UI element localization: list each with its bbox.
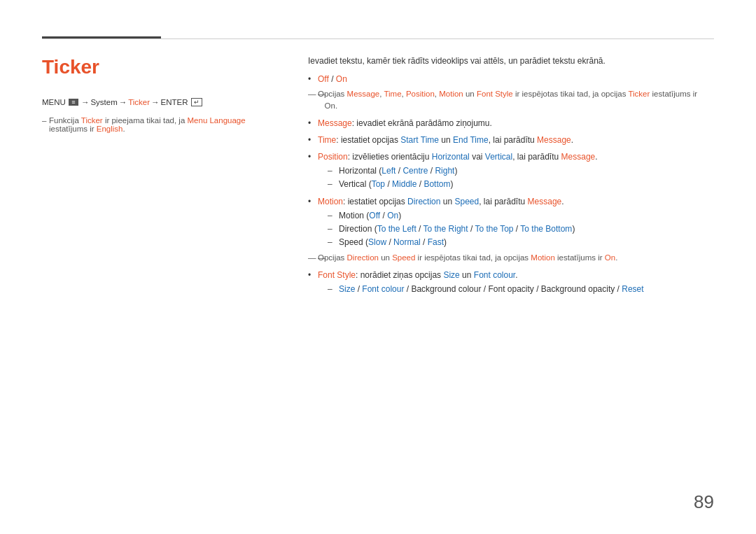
horizontal-ref: Horizontal xyxy=(432,152,470,162)
on-ref: On xyxy=(387,211,398,220)
on-label: On xyxy=(336,74,347,84)
motion-sub3: Speed (Slow / Normal / Fast) xyxy=(328,236,714,249)
list-item-motion: Motion: iestatiet opcijas Direction un S… xyxy=(308,195,714,265)
main-bullet-list: Off / On — Opcijas Message, Time, Positi… xyxy=(308,73,714,296)
ticker-ref: Ticker xyxy=(81,116,103,125)
size-ref2: Size xyxy=(339,284,355,294)
time-label: Time xyxy=(318,135,336,145)
system-link: System xyxy=(90,98,117,106)
motion-sub1: Motion (Off / On) xyxy=(328,209,714,223)
menu-label: MENU xyxy=(42,98,66,106)
on-ref2: On xyxy=(605,253,615,262)
arrow1: → xyxy=(81,98,90,106)
content-wrapper: Ticker MENU ≡ → System → Ticker → ENTER … xyxy=(42,56,714,300)
enter-icon: ↵ xyxy=(191,98,202,106)
motion-note: — Opcijas Direction un Speed ir iespējot… xyxy=(318,252,714,264)
position-sub1: Horizontal (Left / Centre / Right) xyxy=(328,164,714,178)
speed-ref: Speed xyxy=(454,197,479,206)
centre-ref: Centre xyxy=(402,166,428,176)
slow-ref: Slow xyxy=(368,237,386,247)
to-bottom-ref: To the Bottom xyxy=(520,224,572,234)
message-label: Message xyxy=(318,118,352,128)
top-ref: Top xyxy=(372,179,385,189)
motion-sub2: Direction (To the Left / To the Right / … xyxy=(328,223,714,236)
motion-sublist: Motion (Off / On) Direction (To the Left… xyxy=(318,209,714,250)
ticker-link: Ticker xyxy=(128,98,150,106)
start-time-ref: Start Time xyxy=(400,135,439,145)
page-number: 89 xyxy=(694,491,714,513)
enter-label: ENTER xyxy=(161,98,188,106)
font-style-label: Font Style xyxy=(318,270,356,280)
list-item-message: Message: ievadiet ekrānā parādāmo ziņoju… xyxy=(308,117,714,129)
fontstyle-ref1: Font Style xyxy=(477,90,513,98)
bottom-ref: Bottom xyxy=(424,179,450,189)
motion-ref2: Motion xyxy=(531,253,555,262)
intro-text: Ievadiet tekstu, kamēr tiek rādīts video… xyxy=(308,56,714,66)
page-container: Ticker MENU ≡ → System → Ticker → ENTER … xyxy=(0,0,756,534)
to-left-ref: To the Left xyxy=(377,224,416,234)
fast-ref: Fast xyxy=(428,237,444,247)
left-note: Funkcija Ticker ir pieejama tikai tad, j… xyxy=(42,116,280,133)
motion-label: Motion xyxy=(318,197,343,206)
list-item-off-on: Off / On — Opcijas Message, Time, Positi… xyxy=(308,73,714,113)
english-ref: English xyxy=(97,125,123,133)
pos-ref1: Position xyxy=(406,90,435,98)
list-item-font-style: Font Style: norādiet ziņas opcijas Size … xyxy=(308,269,714,296)
list-item-time: Time: iestatiet opcijas Start Time un En… xyxy=(308,134,714,146)
menu-path: MENU ≡ → System → Ticker → ENTER ↵ xyxy=(42,98,280,106)
msg-ref3: Message xyxy=(561,152,596,162)
msg-ref2: Message xyxy=(537,135,571,145)
right-ref: Right xyxy=(435,166,454,176)
middle-ref: Middle xyxy=(392,179,416,189)
right-column: Ievadiet tekstu, kamēr tiek rādīts video… xyxy=(308,56,714,300)
to-top-ref: To the Top xyxy=(475,224,513,234)
off-on-note: — Opcijas Message, Time, Position, Motio… xyxy=(318,88,714,113)
msg-ref4: Message xyxy=(528,197,562,206)
position-sublist: Horizontal (Left / Centre / Right) Verti… xyxy=(318,164,714,191)
motion-ref1: Motion xyxy=(439,90,463,98)
font-style-sub1: Size / Font colour / Background colour /… xyxy=(328,283,714,296)
arrow2: → xyxy=(119,98,127,106)
font-style-sublist: Size / Font colour / Background colour /… xyxy=(318,283,714,296)
end-time-ref: End Time xyxy=(453,135,489,145)
time-ref1: Time xyxy=(384,90,401,98)
menu-icon: ≡ xyxy=(69,99,78,106)
vertical-ref: Vertical xyxy=(485,152,512,162)
menu-language-ref: Menu Language xyxy=(188,116,246,125)
dir-ref2: Direction xyxy=(347,253,379,262)
direction-ref: Direction xyxy=(407,197,440,206)
off-label: Off xyxy=(318,74,329,84)
position-sub2: Vertical (Top / Middle / Bottom) xyxy=(328,178,714,191)
reset-ref: Reset xyxy=(622,284,643,294)
arrow3: → xyxy=(151,98,160,106)
to-right-ref: To the Right xyxy=(424,224,468,234)
size-ref: Size xyxy=(443,270,459,280)
off-ref: Off xyxy=(369,211,380,220)
speed-ref2: Speed xyxy=(392,253,415,262)
msg-ref1: Message xyxy=(347,90,380,98)
left-ref: Left xyxy=(382,166,396,176)
font-colour-ref2: Font colour xyxy=(362,284,404,294)
position-label: Position xyxy=(318,152,348,162)
top-line xyxy=(42,38,714,39)
normal-ref: Normal xyxy=(393,237,421,247)
left-column: Ticker MENU ≡ → System → Ticker → ENTER … xyxy=(42,56,308,300)
ticker-ref2: Ticker xyxy=(628,90,650,98)
font-colour-ref: Font colour xyxy=(474,270,515,280)
list-item-position: Position: izvēlieties orientāciju Horizo… xyxy=(308,150,714,191)
page-title: Ticker xyxy=(42,56,280,78)
